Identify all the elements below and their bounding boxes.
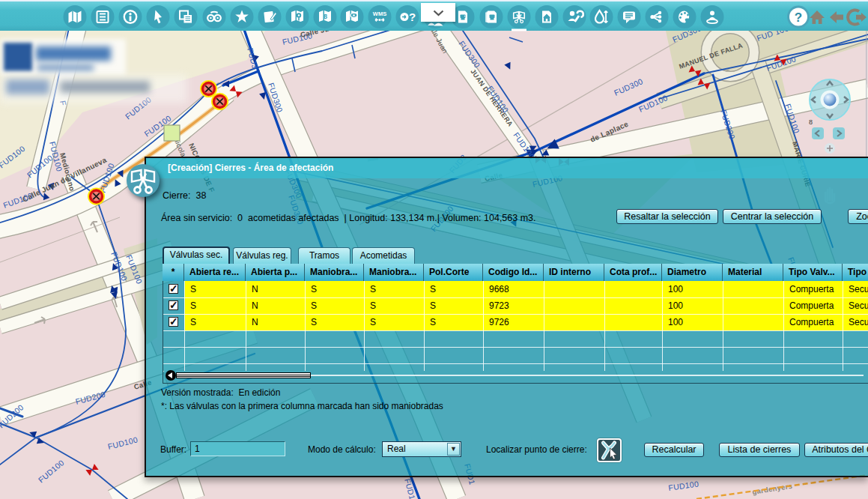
svg-text:?: ? xyxy=(795,10,802,25)
svg-text:8: 8 xyxy=(324,13,327,20)
svg-text:WMS: WMS xyxy=(373,10,386,17)
svg-text:8: 8 xyxy=(809,118,813,126)
svg-text:?: ? xyxy=(409,10,416,23)
